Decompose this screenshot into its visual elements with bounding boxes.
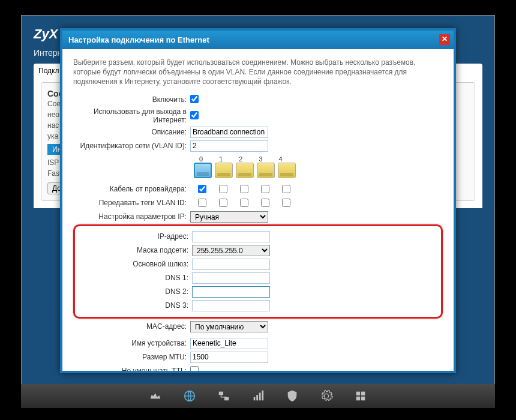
dns2-input[interactable] [192,286,270,298]
svg-rect-5 [259,393,261,401]
label-vlan-id: Идентификатор сети (VLAN ID): [73,142,190,150]
label-ip-addr: IP-адрес: [75,232,192,241]
svg-rect-3 [254,397,256,401]
dialog-title-bar: Настройка подключения по Ethernet ✕ [60,28,456,49]
svg-rect-7 [356,392,360,395]
vlan-tag-cb-1[interactable] [219,199,227,207]
enable-checkbox[interactable] [190,95,199,103]
label-mtu: Размер MTU: [73,353,190,361]
label-mac: MAC-адрес: [73,322,190,331]
port-1[interactable] [215,163,233,178]
label-gateway: Основной шлюз: [75,260,192,268]
label-description: Описание: [73,128,190,136]
label-vlan-tags: Передавать теги VLAN ID: [73,199,190,207]
shield-icon[interactable] [286,389,299,403]
port-2[interactable] [236,163,254,178]
ethernet-config-dialog: Настройка подключения по Ethernet ✕ Выбе… [60,28,456,373]
dialog-body: Выберите разъем, который будет использов… [60,49,456,373]
vlan-tag-cb-0[interactable] [198,199,206,207]
device-name-input[interactable] [190,338,268,349]
provider-cable-cb-4[interactable] [282,185,290,193]
label-dns1: DNS 1: [75,274,192,282]
svg-rect-4 [256,395,258,400]
port-numbers: 0 1 2 3 4 [194,155,443,163]
vlan-id-input[interactable] [190,140,268,152]
wifi-icon[interactable] [251,389,265,403]
close-icon[interactable]: ✕ [439,34,450,45]
label-use-internet: Использовать для выхода в Интернет: [73,107,190,124]
svg-rect-9 [356,397,360,400]
gear-icon[interactable] [320,389,333,403]
provider-cable-cb-1[interactable] [219,185,227,193]
vlan-tag-cb-4[interactable] [282,199,290,207]
label-provider-cable: Кабель от провайдера: [73,185,190,193]
ip-config-select[interactable]: Ручная [190,211,268,223]
svg-rect-8 [361,392,365,395]
network-icon[interactable] [217,389,230,403]
mtu-input[interactable] [190,352,268,363]
label-ip-config: Настройка параметров IP: [73,212,190,221]
highlight-ip-section: IP-адрес: Маска подсети: 255.255.255.0 О… [73,224,443,319]
label-dns3: DNS 3: [75,301,192,310]
globe-icon[interactable] [183,389,196,403]
tab-connections[interactable]: Подкл [38,67,59,75]
dialog-intro: Выберите разъем, который будет использов… [73,58,443,86]
svg-rect-1 [219,392,223,395]
port-selector [194,163,443,178]
port-3[interactable] [257,163,275,178]
bottom-toolbar [21,384,495,408]
label-subnet: Маска подсети: [75,246,192,254]
provider-cable-cb-2[interactable] [240,185,248,193]
ttl-checkbox[interactable] [190,366,199,374]
ip-address-input[interactable] [192,231,270,242]
dialog-title: Настройка подключения по Ethernet [68,35,209,44]
subnet-select[interactable]: 255.255.255.0 [192,245,270,256]
provider-cable-cb-3[interactable] [261,185,269,193]
internet-checkbox[interactable] [190,111,199,119]
label-enable: Включить: [73,95,190,104]
vlan-tag-cb-2[interactable] [240,199,248,207]
port-0[interactable] [194,163,212,178]
svg-rect-2 [224,397,229,401]
monitor-icon[interactable] [149,389,162,403]
svg-rect-6 [262,391,263,401]
vlan-tag-cb-3[interactable] [261,199,269,207]
svg-rect-10 [361,397,365,400]
mac-select[interactable]: По умолчанию [190,321,268,332]
dns1-input[interactable] [192,272,270,284]
label-ttl: Не уменьшать TTL: [73,367,190,373]
gateway-input[interactable] [192,259,270,270]
description-input[interactable] [190,127,268,138]
label-dns2: DNS 2: [75,287,192,296]
apps-icon[interactable] [354,389,367,403]
dns3-input[interactable] [192,300,270,311]
provider-cable-cb-0[interactable] [198,185,206,193]
port-4[interactable] [278,163,296,178]
label-dev-name: Имя устройства: [73,339,190,347]
